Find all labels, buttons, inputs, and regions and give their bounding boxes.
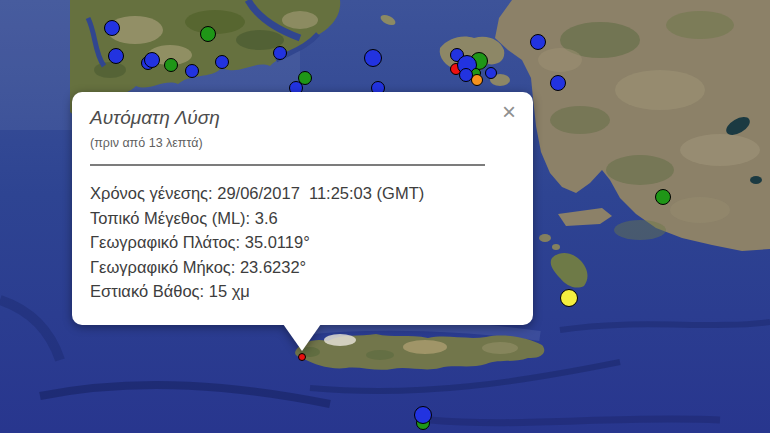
blue-earthquake-marker[interactable] — [215, 55, 229, 69]
red-earthquake-marker[interactable] — [298, 353, 306, 361]
magnitude-row: Τοπικό Μέγεθος (ML): 3.6 — [90, 206, 515, 231]
blue-earthquake-marker[interactable] — [414, 406, 432, 424]
divider — [90, 164, 485, 166]
close-button[interactable]: × — [497, 98, 521, 126]
close-icon: × — [502, 98, 516, 125]
blue-earthquake-marker[interactable] — [108, 48, 124, 64]
info-window-subtitle: (πριν από 13 λεπτά) — [90, 135, 515, 151]
info-window: Αυτόματη Λύση (πριν από 13 λεπτά) Χρόνος… — [72, 92, 533, 325]
longitude-row: Γεωγραφικό Μήκος: 23.6232° — [90, 255, 515, 280]
blue-earthquake-marker[interactable] — [185, 64, 199, 78]
blue-earthquake-marker[interactable] — [144, 52, 160, 68]
green-earthquake-marker[interactable] — [655, 189, 671, 205]
origin-time-row: Χρόνος γένεσης: 29/06/2017 11:25:03 (GMT… — [90, 181, 515, 206]
blue-earthquake-marker[interactable] — [550, 75, 566, 91]
event-details: Χρόνος γένεσης: 29/06/2017 11:25:03 (GMT… — [90, 181, 515, 304]
info-window-title: Αυτόματη Λύση — [90, 105, 515, 131]
depth-row: Εστιακό Βάθος: 15 χμ — [90, 279, 515, 304]
blue-earthquake-marker[interactable] — [273, 46, 287, 60]
green-earthquake-marker[interactable] — [200, 26, 216, 42]
blue-earthquake-marker[interactable] — [104, 20, 120, 36]
latitude-row: Γεωγραφικό Πλάτος: 35.0119° — [90, 230, 515, 255]
green-earthquake-marker[interactable] — [164, 58, 178, 72]
info-window-box: Αυτόματη Λύση (πριν από 13 λεπτά) Χρόνος… — [72, 92, 533, 325]
blue-earthquake-marker[interactable] — [485, 67, 497, 79]
info-window-tail — [283, 324, 321, 351]
blue-earthquake-marker[interactable] — [530, 34, 546, 50]
blue-earthquake-marker[interactable] — [364, 49, 382, 67]
map-screenshot: Αυτόματη Λύση (πριν από 13 λεπτά) Χρόνος… — [0, 0, 770, 433]
yellow-earthquake-marker[interactable] — [560, 289, 578, 307]
blue-earthquake-marker[interactable] — [459, 68, 473, 82]
